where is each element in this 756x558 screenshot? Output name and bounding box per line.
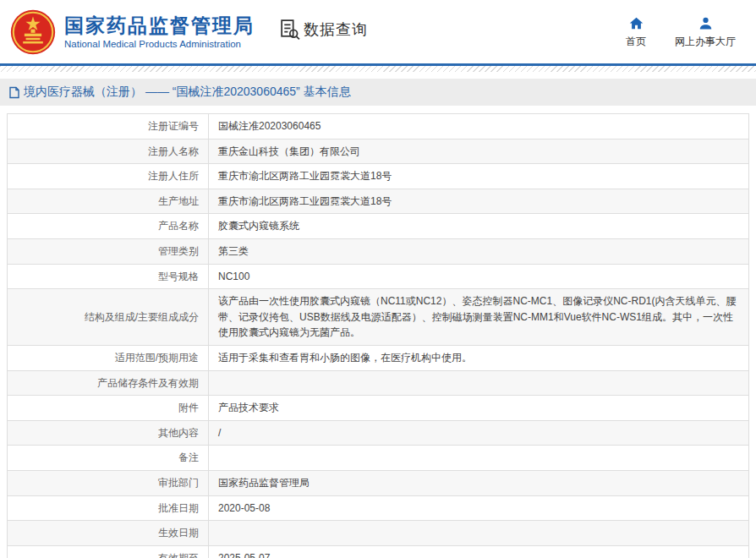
row-label: 管理类别 — [8, 238, 209, 264]
row-label: 备注 — [8, 446, 209, 471]
row-value: 2020-05-08 — [209, 495, 749, 521]
org-title-block: 国家药品监督管理局 National Medical Products Admi… — [64, 14, 255, 49]
table-row: 附件产品技术要求 — [8, 396, 749, 421]
row-value: 重庆市渝北区两路工业园霓裳大道18号 — [209, 189, 749, 214]
row-value: 重庆金山科技（集团）有限公司 — [209, 139, 749, 164]
row-value: 该产品由一次性使用胶囊式内窥镜（NC11或NC12）、姿态控制器NC-MC1、图… — [209, 289, 749, 346]
table-row: 备注 — [8, 446, 749, 471]
registration-detail-table-wrap: 注册证编号国械注准20203060465注册人名称重庆金山科技（集团）有限公司注… — [0, 106, 756, 558]
row-value: 胶囊式内窥镜系统 — [209, 214, 749, 239]
nav-service-hall[interactable]: 网上办事大厅 — [675, 16, 736, 49]
row-label: 注册证编号 — [8, 114, 209, 140]
row-label: 产品名称 — [8, 214, 209, 239]
row-label: 型号规格 — [8, 264, 209, 289]
row-value: 重庆市渝北区两路工业园霓裳大道18号 — [209, 164, 749, 189]
table-row: 产品名称胶囊式内窥镜系统 — [8, 214, 749, 239]
row-value: NC100 — [209, 264, 749, 289]
table-row: 管理类别第三类 — [8, 238, 749, 264]
row-value — [209, 370, 749, 396]
row-label: 生效日期 — [8, 521, 209, 546]
data-query-title: 数据查询 — [304, 19, 368, 40]
row-value: 适用于采集和查看胃和小肠的图像，在医疗机构中使用。 — [209, 345, 749, 370]
row-label: 附件 — [8, 396, 209, 421]
nav-home-label: 首页 — [626, 35, 646, 49]
org-name-en: National Medical Products Administration — [64, 39, 255, 49]
row-value: 第三类 — [209, 238, 749, 264]
row-label: 批准日期 — [8, 495, 209, 521]
row-value — [209, 446, 749, 471]
page-header: 国家药品监督管理局 National Medical Products Admi… — [0, 0, 756, 63]
home-icon — [629, 16, 644, 30]
row-value: 国家药品监督管理局 — [209, 470, 749, 495]
row-label: 生产地址 — [8, 189, 209, 214]
row-value: 国械注准20203060465 — [209, 114, 749, 140]
row-label: 注册人名称 — [8, 139, 209, 164]
row-value — [209, 521, 749, 546]
table-row: 批准日期2020-05-08 — [8, 495, 749, 521]
row-label: 适用范围/预期用途 — [8, 345, 209, 370]
registration-detail-table: 注册证编号国械注准20203060465注册人名称重庆金山科技（集团）有限公司注… — [7, 113, 749, 558]
table-row: 生效日期 — [8, 521, 749, 546]
document-icon — [8, 86, 20, 99]
breadcrumb: 境内医疗器械（注册） —— “国械注准20203060465” 基本信息 — [0, 79, 756, 106]
row-label: 产品储存条件及有效期 — [8, 370, 209, 396]
table-row: 注册人住所重庆市渝北区两路工业园霓裳大道18号 — [8, 164, 749, 189]
row-label: 结构及组成/主要组成成分 — [8, 289, 209, 346]
data-query-section: 数据查询 — [278, 18, 368, 41]
top-nav: 首页 网上办事大厅 — [626, 16, 748, 49]
row-value: 2025-05-07 — [209, 545, 749, 558]
table-row: 其他内容/ — [8, 420, 749, 446]
table-row: 适用范围/预期用途适用于采集和查看胃和小肠的图像，在医疗机构中使用。 — [8, 345, 749, 370]
table-row: 产品储存条件及有效期 — [8, 370, 749, 396]
table-row: 注册证编号国械注准20203060465 — [8, 114, 749, 140]
table-row: 结构及组成/主要组成成分该产品由一次性使用胶囊式内窥镜（NC11或NC12）、姿… — [8, 289, 749, 346]
row-label: 其他内容 — [8, 420, 209, 446]
table-row: 有效期至2025-05-07 — [8, 545, 749, 558]
row-value: / — [209, 420, 749, 446]
row-label: 注册人住所 — [8, 164, 209, 189]
row-value: 产品技术要求 — [209, 396, 749, 421]
user-icon — [698, 16, 713, 30]
header-hatch-strip — [0, 66, 756, 72]
row-label: 审批部门 — [8, 470, 209, 495]
table-row: 生产地址重庆市渝北区两路工业园霓裳大道18号 — [8, 189, 749, 214]
table-row: 审批部门国家药品监督管理局 — [8, 470, 749, 495]
page-title: 境内医疗器械（注册） —— “国械注准20203060465” 基本信息 — [24, 85, 351, 100]
table-row: 注册人名称重庆金山科技（集团）有限公司 — [8, 139, 749, 164]
national-emblem-logo — [10, 9, 56, 55]
data-query-icon — [278, 18, 301, 41]
nav-service-hall-label: 网上办事大厅 — [675, 35, 736, 49]
org-name-zh: 国家药品监督管理局 — [64, 14, 255, 36]
table-row: 型号规格NC100 — [8, 264, 749, 289]
nav-home[interactable]: 首页 — [626, 16, 646, 49]
row-label: 有效期至 — [8, 545, 209, 558]
